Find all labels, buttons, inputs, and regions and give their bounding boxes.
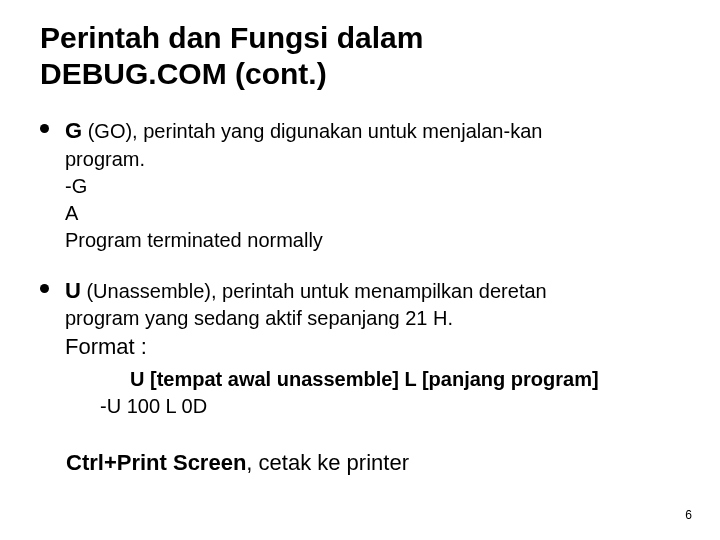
slide-title: Perintah dan Fungsi dalam DEBUG.COM (con… [40,20,680,92]
bullet-item-g: G (GO), perintah yang digunakan untuk me… [40,116,680,254]
g-line-1: program. [65,148,145,170]
format-example-row: -U 100 L 0D [100,393,680,420]
bullet-icon [40,284,49,293]
u-line-1: program yang sedang aktif sepanjang 21 H… [65,307,453,329]
title-line-2: DEBUG.COM (cont.) [40,57,327,90]
format-example: -U 100 L 0D [100,395,207,417]
item-body: G (GO), perintah yang digunakan untuk me… [65,116,542,254]
page-number: 6 [685,508,692,522]
g-line-3: A [65,202,78,224]
g-line-2: -G [65,175,87,197]
ctrl-print-line: Ctrl+Print Screen, cetak ke printer [66,450,680,476]
slide: Perintah dan Fungsi dalam DEBUG.COM (con… [0,0,720,540]
bullet-item-u: U (Unassemble), perintah untuk menampilk… [40,276,680,362]
desc-g: (GO), perintah yang digunakan untuk menj… [82,120,542,142]
g-line-4: Program terminated normally [65,229,323,251]
command-u: U [65,278,81,303]
title-line-1: Perintah dan Fungsi dalam [40,21,423,54]
format-syntax-row: U [tempat awal unassemble] L [panjang pr… [130,366,680,393]
desc-u: (Unassemble), perintah untuk menampilkan… [81,280,547,302]
bullet-icon [40,124,49,133]
ctrl-bold: Ctrl+Print Screen [66,450,246,475]
command-g: G [65,118,82,143]
ctrl-rest: , cetak ke printer [246,450,409,475]
format-label: Format : [65,334,147,359]
item-body: U (Unassemble), perintah untuk menampilk… [65,276,547,362]
format-syntax: U [tempat awal unassemble] L [panjang pr… [130,368,599,390]
